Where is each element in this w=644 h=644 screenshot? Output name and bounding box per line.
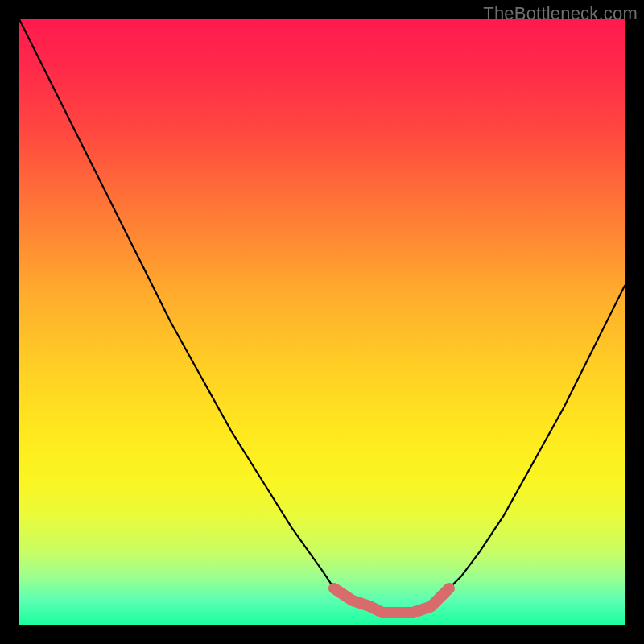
chart-frame: TheBottleneck.com	[0, 0, 644, 644]
highlight-region-path	[334, 588, 449, 613]
watermark-text: TheBottleneck.com	[483, 3, 638, 24]
bottleneck-curve-path	[19, 19, 625, 613]
bottleneck-curve-svg	[19, 19, 625, 625]
plot-area	[19, 19, 625, 625]
